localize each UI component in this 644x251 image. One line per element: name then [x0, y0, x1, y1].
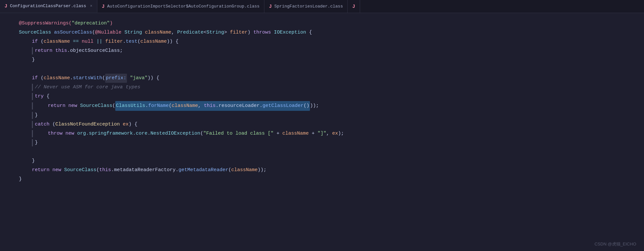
code-line-15: }	[0, 156, 644, 166]
indent-bar-10	[32, 102, 33, 110]
close-brace-2: }	[35, 111, 38, 120]
line-body-4: return this.objectSourceClass;	[16, 46, 644, 55]
code-line-12: catch (ClassNotFoundException ex) {	[0, 120, 644, 129]
code-line-3: if (className == null || filter.test(cla…	[0, 37, 644, 46]
line-body-7: if (className.startsWith(prefix: "java")…	[16, 74, 644, 83]
code-line-4: return this.objectSourceClass;	[0, 46, 644, 55]
tab-j-icon-2: J	[102, 4, 105, 9]
code-line-9: try {	[0, 92, 644, 101]
line-num-4	[0, 46, 16, 55]
code-line-2: SourceClass asSourceClass(@Nullable Stri…	[0, 28, 644, 37]
line-body-11: }	[16, 111, 644, 120]
tab-label-3: SpringFactoriesLoader.class	[274, 4, 343, 9]
line-num-10	[0, 101, 16, 111]
code-line-10: return new SourceClass(ClassUtils.forNam…	[0, 101, 644, 111]
tab-extra[interactable]: J	[348, 0, 360, 13]
line-body-8: // Never use ASM for core java types	[16, 83, 644, 92]
code-line-blank1	[0, 65, 644, 74]
line-body-9: try {	[16, 92, 644, 101]
tab-j-icon-1: J	[5, 4, 7, 9]
tab-spring-factories-loader[interactable]: J SpringFactoriesLoader.class	[264, 0, 348, 13]
code-area: @SuppressWarnings("deprecation") SourceC…	[0, 13, 644, 251]
line-body-16: return new SourceClass(this.metadataRead…	[16, 166, 644, 175]
kw-return-3: return	[32, 166, 49, 175]
indent-bar-4	[32, 47, 33, 54]
line-body-3: if (className == null || filter.test(cla…	[16, 37, 644, 46]
line-body-10: return new SourceClass(ClassUtils.forNam…	[16, 101, 644, 111]
code-line-8: // Never use ASM for core java types	[0, 83, 644, 92]
tab-close-1[interactable]: ×	[90, 4, 92, 8]
kw-return-1: return	[35, 46, 52, 55]
code-line-14: }	[0, 138, 644, 147]
line-num-9	[0, 92, 16, 101]
line-body-13: throw new org.springframework.core.Neste…	[16, 129, 644, 138]
indent-bar-13	[32, 130, 33, 137]
kw-if-1: if	[32, 37, 38, 46]
line-body-15: }	[16, 156, 644, 166]
kw-return-2: return	[48, 101, 65, 111]
tab-bar: J ConfigurationClassParser.class × J Aut…	[0, 0, 644, 13]
line-body-1: @SuppressWarnings("deprecation")	[16, 19, 644, 28]
code-line-17: }	[0, 175, 644, 184]
annotation-suppress: @SuppressWarnings("deprecation")	[19, 19, 113, 28]
kw-if-2: if	[32, 74, 38, 83]
line-body-17: }	[16, 175, 644, 184]
indent-bar-9	[32, 93, 33, 100]
indent-bar-14	[32, 139, 33, 146]
line-num-16	[0, 166, 16, 175]
line-body-blank1	[16, 65, 644, 74]
code-line-blank2	[0, 147, 644, 156]
line-body-5: }	[16, 55, 644, 65]
tab-configuration-class-parser[interactable]: J ConfigurationClassParser.class ×	[0, 0, 97, 13]
watermark: CSDN @虎猫_EICHO	[595, 241, 636, 247]
code-line-7: if (className.startsWith(prefix: "java")…	[0, 74, 644, 83]
line-num-12	[0, 120, 16, 129]
line-body-2: SourceClass asSourceClass(@Nullable Stri…	[16, 28, 644, 37]
line-num-15	[0, 156, 16, 166]
close-brace-1: }	[32, 55, 35, 65]
method-as-source-class: asSourceClass	[54, 28, 92, 37]
tab-j-icon-3: J	[269, 4, 272, 9]
kw-try: try	[35, 92, 44, 101]
line-num-2	[0, 28, 16, 37]
code-line-16: return new SourceClass(this.metadataRead…	[0, 166, 644, 175]
code-line-5: }	[0, 55, 644, 65]
tab-label-1: ConfigurationClassParser.class	[10, 4, 86, 8]
indent-bar-8	[32, 84, 33, 91]
highlight-prefix: prefix:	[105, 74, 127, 83]
line-num-17	[0, 175, 16, 184]
line-body-14: }	[16, 138, 644, 147]
line-num-blank2	[0, 147, 16, 156]
indent-bar-12	[32, 121, 33, 128]
close-brace-3: }	[35, 138, 38, 147]
code-line-13: throw new org.springframework.core.Neste…	[0, 129, 644, 138]
line-num-14	[0, 138, 16, 147]
line-num-blank1	[0, 65, 16, 74]
tab-j-icon-4: J	[352, 4, 355, 9]
comment-asm: // Never use ASM for core java types	[35, 83, 140, 92]
exc-type-cnfe: ClassNotFoundException	[55, 120, 120, 129]
line-num-11	[0, 111, 16, 120]
line-body-blank2	[16, 147, 644, 156]
tab-auto-config-import-selector[interactable]: J AutoConfigurationImportSelector$AutoCo…	[97, 0, 264, 13]
kw-catch: catch	[35, 120, 49, 129]
line-num-8	[0, 83, 16, 92]
line-num-13	[0, 129, 16, 138]
code-line-11: }	[0, 111, 644, 120]
line-num-5	[0, 55, 16, 65]
line-num-1	[0, 19, 16, 28]
highlight-chain: ClassUtils.forName(className, this.resou…	[115, 101, 310, 111]
line-body-12: catch (ClassNotFoundException ex) {	[16, 120, 644, 129]
indent-bar-11	[32, 112, 33, 119]
tab-label-2: AutoConfigurationImportSelector$AutoConf…	[107, 4, 259, 9]
close-brace-main: }	[19, 175, 22, 184]
close-brace-4: }	[32, 156, 35, 166]
type-source-class: SourceClass	[19, 28, 51, 37]
line-num-3	[0, 37, 16, 46]
code-line-1: @SuppressWarnings("deprecation")	[0, 19, 644, 28]
line-num-7	[0, 74, 16, 83]
kw-throw: throw	[48, 129, 63, 138]
